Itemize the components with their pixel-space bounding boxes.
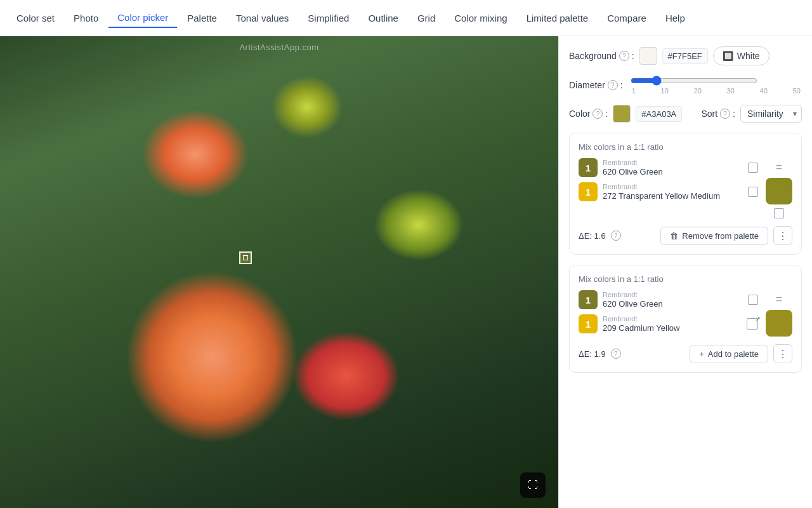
mix-info-1: Rembrandt 620 Olive Green [603, 159, 743, 177]
image-area: ArtistAssistApp.com [0, 36, 558, 508]
watermark: ArtistAssistApp.com [239, 43, 318, 52]
trash-icon: 🗑 [670, 231, 678, 241]
white-button[interactable]: 🔲 White [713, 46, 769, 65]
color-hex: #A3A03A [636, 106, 682, 122]
sort-select[interactable]: Similarity Name Hue [740, 105, 802, 123]
color-label: Color ? : [569, 109, 608, 119]
diameter-label: Diameter ? : [569, 80, 623, 90]
background-help-icon[interactable]: ? [619, 51, 629, 61]
mix-card-2-row-2: 1 Rembrandt 209 Cadmium Yellow ↗ [579, 314, 758, 333]
color-label-text: Color [569, 109, 590, 119]
sort-help-icon[interactable]: ? [720, 109, 730, 119]
mix-card-2-footer: ΔE: 1.9 ? + Add to palette ⋮ [579, 343, 792, 363]
delta-1: ΔE: 1.6 [579, 231, 606, 241]
nav-item-simplified[interactable]: Simplified [299, 9, 358, 27]
nav-item-color-set[interactable]: Color set [8, 9, 63, 27]
mix-card-1-title: Mix colors in a 1:1 ratio [579, 142, 792, 152]
nav-item-palette[interactable]: Palette [178, 9, 226, 27]
sort-label-text: Sort [701, 109, 717, 119]
mix-num-1: 1 [579, 158, 598, 177]
mix-card-2-title: Mix colors in a 1:1 ratio [579, 274, 792, 284]
mix-card-2-rows: 1 Rembrandt 620 Olive Green 1 Rembrandt … [579, 290, 758, 333]
background-swatch[interactable] [639, 47, 657, 65]
nav-item-grid[interactable]: Grid [409, 9, 444, 27]
delta-2: ΔE: 1.9 [579, 349, 606, 359]
add-palette-button[interactable]: + Add to palette [690, 345, 768, 363]
mix-num-3: 1 [579, 290, 598, 309]
mix-brand-3: Rembrandt [603, 291, 743, 298]
color-help-icon[interactable]: ? [593, 109, 603, 119]
nav-item-color-picker[interactable]: Color picker [108, 8, 177, 28]
result-swatch-2 [766, 310, 792, 337]
plus-icon: + [699, 349, 704, 359]
nav-item-tonal-values[interactable]: Tonal values [227, 9, 298, 27]
equals-sign-1: = [776, 161, 783, 174]
sort-label: Sort ? : [701, 109, 735, 119]
delta-help-2[interactable]: ? [611, 349, 621, 359]
mix-brand-1: Rembrandt [603, 159, 743, 166]
mix-checkbox-3[interactable] [748, 295, 758, 305]
add-label: Add to palette [708, 349, 759, 359]
mix-name-4: 209 Cadmium Yellow [603, 323, 742, 333]
slider-ticks: 1 10 20 30 40 50 [631, 87, 802, 95]
diameter-help-icon[interactable]: ? [608, 80, 618, 90]
more-options-1[interactable]: ⋮ [773, 226, 792, 245]
mix-card-2-row-1: 1 Rembrandt 620 Olive Green [579, 290, 758, 309]
photo-canvas[interactable]: ArtistAssistApp.com [0, 36, 558, 508]
mix-card-2-content: 1 Rembrandt 620 Olive Green 1 Rembrandt … [579, 290, 792, 337]
background-label-text: Background [569, 51, 617, 61]
mix-card-1-result: = [766, 158, 792, 218]
color-picker-cursor [239, 251, 252, 264]
mix-num-4: 1 [579, 314, 598, 333]
color-row: Color ? : #A3A03A Sort ? : Similarity Na… [569, 105, 802, 123]
equals-sign-2: = [776, 293, 783, 306]
mix-name-2: 272 Transparent Yellow Medium [603, 191, 743, 201]
nav-item-compare[interactable]: Compare [598, 9, 655, 27]
more-options-2[interactable]: ⋮ [773, 344, 792, 363]
nav-item-limited-palette[interactable]: Limited palette [518, 9, 598, 27]
nav-item-photo[interactable]: Photo [65, 9, 107, 27]
white-btn-label: White [737, 51, 760, 61]
mix-card-1-rows: 1 Rembrandt 620 Olive Green 1 Rembrandt … [579, 158, 758, 201]
remove-palette-button[interactable]: 🗑 Remove from palette [660, 227, 768, 245]
color-swatch[interactable] [613, 105, 631, 123]
mix-card-1: Mix colors in a 1:1 ratio 1 Rembrandt 62… [569, 133, 802, 255]
main-content: ArtistAssistApp.com Background ? : #F7F5… [0, 36, 812, 508]
mix-checkbox-4[interactable]: ↗ [747, 318, 758, 330]
mix-brand-4: Rembrandt [603, 315, 742, 323]
mix-card-1-content: 1 Rembrandt 620 Olive Green 1 Rembrandt … [579, 158, 792, 218]
result-swatch-1 [766, 178, 792, 204]
mix-card-1-row-2: 1 Rembrandt 272 Transparent Yellow Mediu… [579, 182, 758, 201]
mix-checkbox-2[interactable] [748, 187, 758, 197]
external-link-icon: ↗ [756, 316, 761, 322]
mix-info-4: Rembrandt 209 Cadmium Yellow [603, 315, 742, 333]
mix-brand-2: Rembrandt [603, 183, 743, 190]
expand-button[interactable]: ⛶ [520, 472, 546, 498]
mix-info-2: Rembrandt 272 Transparent Yellow Medium [603, 183, 743, 201]
mix-card-2-result: = [766, 290, 792, 337]
nav-item-help[interactable]: Help [657, 9, 694, 27]
result-checkbox-1[interactable] [774, 208, 784, 218]
background-row: Background ? : #F7F5EF 🔲 White [569, 46, 802, 65]
delta-help-1[interactable]: ? [611, 231, 621, 241]
diameter-slider[interactable] [631, 76, 757, 86]
mix-name-3: 620 Olive Green [603, 299, 743, 309]
nav-item-color-mixing[interactable]: Color mixing [445, 9, 516, 27]
mix-num-2: 1 [579, 182, 598, 201]
nav-item-outline[interactable]: Outline [359, 9, 407, 27]
mix-card-1-row-1: 1 Rembrandt 620 Olive Green [579, 158, 758, 177]
white-btn-icon: 🔲 [723, 51, 733, 61]
expand-icon: ⛶ [528, 479, 538, 491]
background-hex: #F7F5EF [662, 48, 708, 64]
sort-wrapper: Similarity Name Hue [740, 105, 802, 123]
diameter-slider-container: 1 10 20 30 40 50 [631, 76, 802, 95]
background-label: Background ? : [569, 51, 634, 61]
mix-card-1-footer: ΔE: 1.6 ? 🗑 Remove from palette ⋮ [579, 225, 792, 245]
mix-name-1: 620 Olive Green [603, 167, 743, 177]
diameter-row: Diameter ? : 1 10 20 30 40 50 [569, 76, 802, 95]
mix-checkbox-1[interactable] [748, 163, 758, 173]
diameter-label-text: Diameter [569, 80, 605, 90]
sidebar: Background ? : #F7F5EF 🔲 White Diameter … [558, 36, 812, 508]
remove-label: Remove from palette [682, 231, 759, 241]
navigation: Color setPhotoColor pickerPaletteTonal v… [0, 0, 812, 36]
